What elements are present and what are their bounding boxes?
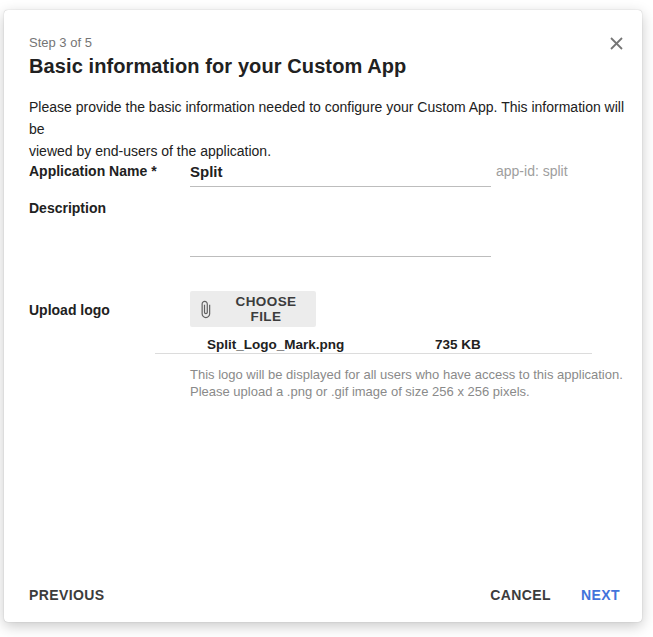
dialog-description: Please provide the basic information nee… (29, 96, 629, 162)
upload-logo-label: Upload logo (29, 302, 110, 318)
uploaded-file-name: Split_Logo_Mark.png (207, 337, 344, 352)
upload-logo-helper: This logo will be displayed for all user… (190, 366, 650, 400)
application-name-input[interactable] (190, 158, 490, 184)
previous-button[interactable]: PREVIOUS (29, 587, 105, 603)
upload-logo-helper-line: Please upload a .png or .gif image of si… (190, 383, 650, 400)
cancel-button[interactable]: CANCEL (490, 587, 551, 603)
close-button[interactable] (607, 36, 625, 54)
paperclip-icon (196, 300, 215, 319)
upload-logo-helper-line: This logo will be displayed for all user… (190, 366, 650, 383)
choose-file-button-label: CHOOSE FILE (222, 294, 310, 324)
custom-app-dialog: Step 3 of 5 Basic information for your C… (4, 10, 642, 622)
app-id-hint: app-id: split (496, 163, 568, 179)
close-icon (609, 36, 624, 55)
application-name-underline (190, 186, 491, 187)
step-indicator: Step 3 of 5 (29, 35, 92, 50)
description-underline (190, 256, 491, 257)
next-button[interactable]: NEXT (581, 587, 620, 603)
footer-actions: CANCEL NEXT (490, 587, 620, 603)
dialog-title: Basic information for your Custom App (29, 55, 406, 78)
application-name-label: Application Name * (29, 163, 157, 179)
dialog-description-line: Please provide the basic information nee… (29, 96, 629, 140)
description-label: Description (29, 200, 106, 216)
file-row-divider (155, 353, 592, 354)
choose-file-button[interactable]: CHOOSE FILE (190, 291, 316, 327)
description-input[interactable] (190, 200, 491, 256)
uploaded-file-size: 735 KB (435, 337, 481, 352)
